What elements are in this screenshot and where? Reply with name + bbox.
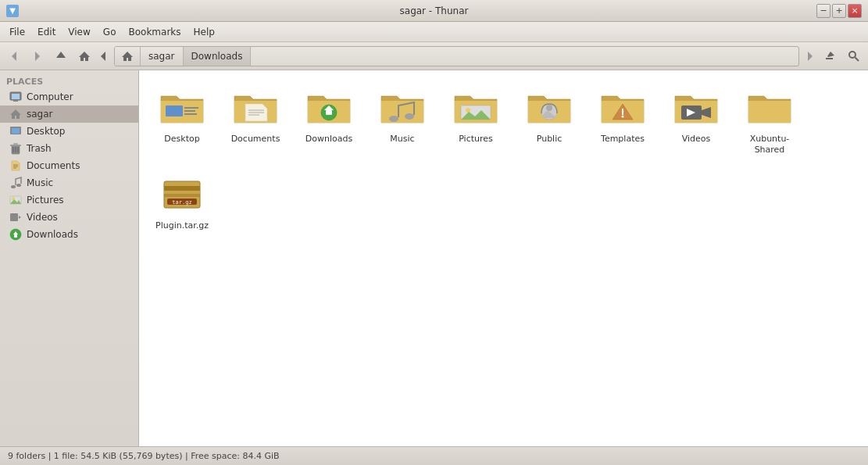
- file-icon-documents: [232, 84, 279, 131]
- sidebar-item-music[interactable]: Music: [0, 174, 138, 191]
- svg-rect-31: [10, 213, 18, 221]
- file-item-music[interactable]: Music: [367, 78, 438, 162]
- svg-rect-7: [826, 58, 833, 59]
- file-item-desktop[interactable]: Desktop: [147, 78, 217, 162]
- documents-icon: [9, 159, 22, 172]
- sidebar-item-downloads[interactable]: Downloads: [0, 226, 138, 243]
- svg-marker-1: [35, 52, 40, 61]
- file-item-plugin-tgz[interactable]: tar.gz Plugin.tar.gz: [147, 165, 217, 237]
- menu-item-menu-help[interactable]: Help: [188, 25, 221, 39]
- svg-rect-18: [10, 145, 21, 146]
- svg-point-55: [622, 116, 624, 118]
- svg-point-46: [389, 116, 398, 122]
- close-button[interactable]: ×: [848, 4, 862, 18]
- file-name-music: Music: [390, 134, 414, 145]
- sidebar-item-trash[interactable]: Trash: [0, 140, 138, 157]
- breadcrumb-nav-right[interactable]: [804, 45, 816, 67]
- sidebar-item-sagar[interactable]: sagar: [0, 106, 138, 123]
- sidebar-item-videos[interactable]: Videos: [0, 209, 138, 226]
- svg-point-29: [12, 197, 15, 200]
- sidebar-label-desktop: Desktop: [27, 126, 66, 137]
- file-name-documents: Documents: [231, 134, 280, 145]
- home-button[interactable]: [73, 45, 95, 67]
- file-item-videos[interactable]: Videos: [661, 78, 731, 162]
- svg-rect-62: [164, 194, 200, 197]
- back-button[interactable]: [3, 45, 25, 67]
- svg-marker-6: [808, 52, 813, 61]
- sidebar-item-desktop[interactable]: Desktop: [0, 123, 138, 140]
- pictures-icon: [9, 194, 22, 206]
- file-item-documents[interactable]: Documents: [220, 78, 291, 162]
- breadcrumb-downloads[interactable]: Downloads: [184, 47, 252, 66]
- sidebar-section-label: Places: [0, 73, 138, 88]
- svg-marker-0: [12, 52, 16, 61]
- videos-icon: [9, 211, 22, 224]
- file-name-plugin-tgz: Plugin.tar.gz: [155, 220, 209, 231]
- file-item-templates[interactable]: Templates: [588, 78, 658, 162]
- breadcrumb-sagar[interactable]: sagar: [141, 47, 184, 66]
- file-name-desktop: Desktop: [164, 134, 199, 145]
- svg-point-26: [11, 185, 16, 188]
- file-item-downloads[interactable]: Downloads: [294, 78, 364, 162]
- file-icon-videos: [673, 84, 720, 131]
- svg-marker-32: [19, 216, 21, 219]
- file-icon-downloads: [305, 84, 352, 131]
- file-name-pictures: Pictures: [459, 134, 493, 145]
- home-sidebar-icon: [9, 108, 22, 120]
- file-icon-public: [526, 84, 573, 131]
- statusbar: 9 folders | 1 file: 54.5 KiB (55,769 byt…: [0, 446, 868, 465]
- svg-point-52: [546, 105, 552, 111]
- svg-marker-5: [122, 52, 133, 61]
- sidebar-label-music: Music: [27, 177, 53, 188]
- search-button[interactable]: [843, 45, 865, 67]
- status-text: 9 folders | 1 file: 54.5 KiB (55,769 byt…: [8, 451, 280, 461]
- menu-item-menu-file[interactable]: File: [3, 25, 31, 39]
- file-item-public[interactable]: Public: [514, 78, 584, 162]
- maximize-button[interactable]: +: [832, 4, 846, 18]
- file-name-public: Public: [537, 134, 563, 145]
- file-name-templates: Templates: [601, 134, 645, 145]
- svg-text:tar.gz: tar.gz: [172, 199, 191, 206]
- trash-icon: [9, 142, 22, 155]
- svg-rect-36: [166, 106, 183, 116]
- up-button[interactable]: [50, 45, 72, 67]
- titlebar-title: sagar - Thunar: [400, 5, 469, 16]
- menu-item-menu-go[interactable]: Go: [97, 25, 123, 39]
- svg-rect-35: [14, 234, 17, 238]
- file-item-xubuntu-shared[interactable]: Xubuntu-Shared: [734, 78, 805, 162]
- sidebar-item-computer[interactable]: Computer: [0, 88, 138, 106]
- svg-rect-12: [12, 94, 20, 99]
- svg-rect-38: [184, 110, 195, 112]
- sidebar-label-pictures: Pictures: [27, 195, 64, 206]
- file-name-xubuntu-shared: Xubuntu-Shared: [738, 134, 801, 156]
- forward-button[interactable]: [27, 45, 48, 67]
- computer-icon: [9, 91, 22, 103]
- file-item-pictures[interactable]: Pictures: [441, 78, 511, 162]
- edit-location-button[interactable]: [820, 45, 841, 67]
- sidebar-label-documents: Documents: [27, 160, 80, 171]
- breadcrumb-nav-left[interactable]: [97, 45, 109, 67]
- svg-point-27: [16, 184, 21, 187]
- sidebar: Places Computer sagar: [0, 70, 139, 446]
- menu-item-menu-bookmarks[interactable]: Bookmarks: [122, 25, 187, 39]
- svg-rect-16: [12, 128, 20, 134]
- sidebar-label-trash: Trash: [27, 143, 52, 154]
- menu-item-menu-view[interactable]: View: [62, 25, 96, 39]
- menu-item-menu-edit[interactable]: Edit: [31, 25, 62, 39]
- svg-line-10: [855, 57, 859, 61]
- file-icon-desktop: [159, 84, 205, 131]
- file-icon-music: [379, 84, 426, 131]
- sidebar-label-computer: Computer: [27, 91, 73, 102]
- breadcrumb-home-icon[interactable]: [115, 47, 141, 66]
- svg-point-47: [405, 113, 414, 120]
- toolbar: sagar Downloads: [0, 42, 868, 70]
- svg-point-49: [466, 108, 470, 113]
- sidebar-item-documents[interactable]: Documents: [0, 157, 138, 174]
- svg-marker-4: [101, 52, 105, 61]
- svg-rect-37: [184, 107, 198, 109]
- svg-marker-2: [56, 52, 66, 58]
- minimize-button[interactable]: −: [816, 4, 830, 18]
- sidebar-item-pictures[interactable]: Pictures: [0, 191, 138, 209]
- svg-rect-45: [326, 110, 332, 115]
- main-area: Places Computer sagar: [0, 70, 868, 446]
